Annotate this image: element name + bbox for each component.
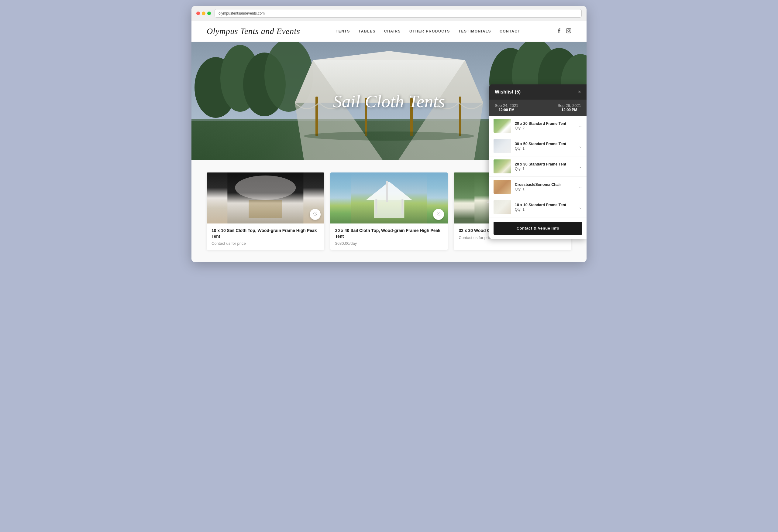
fullscreen-dot[interactable] [207,11,211,15]
end-time: 12:00 PM [558,108,581,112]
product-card: ♡ 20 x 40 Sail Cloth Top, Wood-grain Fra… [330,172,448,250]
svg-rect-29 [386,181,388,202]
wishlist-item-qty: Qty: 1 [515,207,575,212]
wishlist-item-name: 30 x 50 Standard Frame Tent [515,142,575,147]
wishlist-dates: Sep 24, 2021 12:00 PM Sep 26, 2021 12:00… [489,100,587,116]
svg-rect-31 [401,199,403,214]
contact-venue-button[interactable]: Contact & Venue Info [493,221,582,235]
heart-icon: ♡ [437,212,441,217]
wishlist-item-name: 20 x 30 Standard Frame Tent [515,162,575,167]
hero-title: Sail Cloth Tents [333,91,445,111]
svg-point-2 [570,29,570,29]
wishlist-items-list: 20 x 20 Standard Frame Tent Qty: 2 ⌄ 30 … [489,116,587,217]
wishlist-item-expand-icon[interactable]: ⌄ [578,164,582,169]
wishlist-item-thumbnail [493,139,511,153]
end-date-col: Sep 26, 2021 12:00 PM [558,103,581,112]
start-date: Sep 24, 2021 [495,103,518,108]
nav-item-testimonials[interactable]: TESTIMONIALS [459,29,491,33]
start-date-col: Sep 24, 2021 12:00 PM [495,103,518,112]
svg-point-24 [235,176,296,200]
product-name: 20 x 40 Sail Cloth Top, Wood-grain Frame… [335,228,443,239]
wishlist-item-expand-icon[interactable]: ⌄ [578,184,582,189]
wishlist-item-qty: Qty: 1 [515,146,575,151]
wishlist-item-thumbnail [493,200,511,214]
svg-rect-30 [375,199,377,214]
svg-rect-0 [566,28,571,33]
facebook-icon[interactable] [556,28,562,35]
product-info: 20 x 40 Sail Cloth Top, Wood-grain Frame… [330,224,448,250]
heart-icon: ♡ [313,212,317,217]
wishlist-item: 20 x 30 Standard Frame Tent Qty: 1 ⌄ [489,156,587,177]
wishlist-close-button[interactable]: × [578,89,581,95]
close-dot[interactable] [196,11,200,15]
wishlist-panel: Wishlist (5) × Sep 24, 2021 12:00 PM Sep… [489,84,587,239]
nav-item-tents[interactable]: TENTS [336,29,350,33]
nav-item-other-products[interactable]: OTHER PRODUCTS [409,29,450,33]
wishlist-item-thumbnail [493,119,511,133]
product-card: ♡ 10 x 10 Sail Cloth Top, Wood-grain Fra… [207,172,324,250]
wishlist-footer: Contact & Venue Info [489,217,587,239]
product-image [330,172,448,224]
wishlist-item-qty: Qty: 2 [515,126,575,130]
wishlist-item: Crossback/Sonoma Chair Qty: 1 ⌄ [489,177,587,197]
svg-point-1 [568,30,569,31]
wishlist-item-thumbnail [493,180,511,194]
wishlist-item-expand-icon[interactable]: ⌄ [578,123,582,128]
wishlist-item-name: Crossback/Sonoma Chair [515,182,575,187]
wishlist-item-thumbnail [493,159,511,173]
wishlist-item-expand-icon[interactable]: ⌄ [578,144,582,149]
wishlist-item-expand-icon[interactable]: ⌄ [578,205,582,209]
end-date: Sep 26, 2021 [558,103,581,108]
wishlist-item-name: 20 x 20 Standard Frame Tent [515,121,575,126]
product-info: 10 x 10 Sail Cloth Top, Wood-grain Frame… [207,224,324,250]
svg-point-22 [304,131,474,141]
nav-item-contact[interactable]: CONTACT [499,29,520,33]
main-nav: TENTS TABLES CHAIRS OTHER PRODUCTS TESTI… [336,29,520,33]
wishlist-item-qty: Qty: 1 [515,167,575,171]
wishlist-item-info: 20 x 30 Standard Frame Tent Qty: 1 [515,162,575,171]
svg-rect-18 [315,97,318,136]
product-price: Contact us for price [212,241,319,246]
wishlist-item-info: 10 x 10 Standard Frame Tent Qty: 1 [515,202,575,212]
browser-chrome: olympustentsandevents.com [191,6,587,21]
products-section: Wishlist (5) × Sep 24, 2021 12:00 PM Sep… [191,160,587,262]
wishlist-toggle-button[interactable]: ♡ [310,209,321,220]
product-image-wrap: ♡ [330,172,448,224]
wishlist-item-info: 30 x 50 Standard Frame Tent Qty: 1 [515,142,575,151]
site-logo[interactable]: Olympus Tents and Events [207,26,300,36]
browser-traffic-lights [196,11,211,15]
product-name: 10 x 10 Sail Cloth Top, Wood-grain Frame… [212,228,319,239]
wishlist-item-info: 20 x 20 Standard Frame Tent Qty: 2 [515,121,575,130]
svg-rect-25 [249,200,282,218]
site-header: Olympus Tents and Events TENTS TABLES CH… [191,21,587,42]
instagram-icon[interactable] [566,28,571,35]
nav-item-chairs[interactable]: CHAIRS [384,29,401,33]
svg-rect-28 [374,200,404,218]
address-bar[interactable]: olympustentsandevents.com [215,9,582,18]
nav-item-tables[interactable]: TABLES [359,29,376,33]
wishlist-item: 20 x 20 Standard Frame Tent Qty: 2 ⌄ [489,116,587,136]
product-image-wrap: ♡ [207,172,324,224]
product-image [207,172,324,224]
start-time: 12:00 PM [495,108,518,112]
product-price: $680.00/day [335,241,443,246]
browser-window: olympustentsandevents.com Olympus Tents … [191,6,587,262]
wishlist-item-info: Crossback/Sonoma Chair Qty: 1 [515,182,575,192]
wishlist-item: 30 x 50 Standard Frame Tent Qty: 1 ⌄ [489,136,587,156]
social-icons [556,28,571,35]
wishlist-item: 10 x 10 Standard Frame Tent Qty: 1 ⌄ [489,197,587,217]
wishlist-item-qty: Qty: 1 [515,187,575,191]
wishlist-title: Wishlist (5) [495,89,521,95]
wishlist-item-name: 10 x 10 Standard Frame Tent [515,202,575,208]
minimize-dot[interactable] [202,11,206,15]
wishlist-header: Wishlist (5) × [489,84,587,100]
